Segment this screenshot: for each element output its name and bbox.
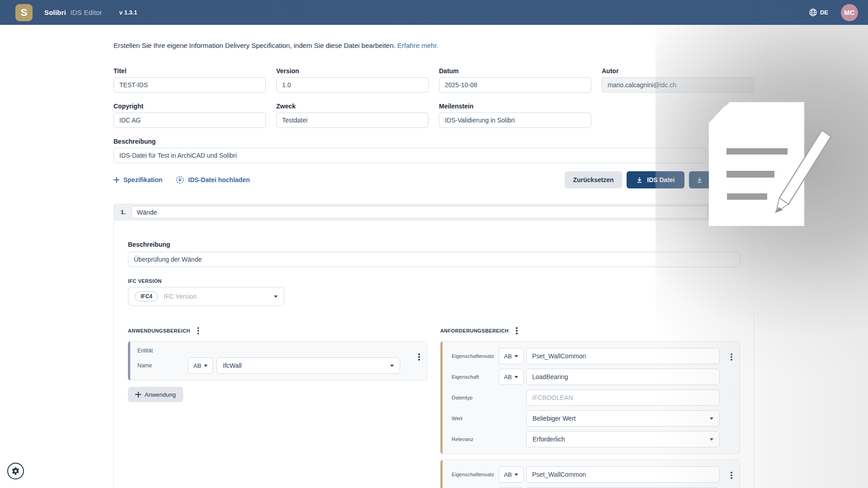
reset-button[interactable]: Zurücksetzen [565,171,622,188]
download-ids-label: IDS Datei [647,176,675,183]
property-input[interactable] [526,369,720,385]
specification-index: 1. [121,209,126,216]
property-label: Eigenschaft [452,374,499,380]
name-label: Name [137,362,188,369]
download-icon [636,177,643,183]
requirement-card-2: Eigenschaftensatz AB AB [440,460,740,488]
requirement-kebab-icon[interactable] [731,353,732,361]
settings-button[interactable] [7,463,24,479]
upload-label: IDS-Datei hochladen [188,176,250,183]
datatype-label: Datentyp [452,395,499,400]
datum-input[interactable] [439,77,591,93]
download-secondary-button[interactable] [689,171,748,188]
copyright-label: Copyright [113,103,266,110]
ab-label: AB [504,353,512,360]
field-autor: Autor [602,67,754,93]
titel-label: Titel [113,67,266,75]
datatype-input[interactable] [526,389,720,406]
spec-description-input[interactable] [128,252,740,267]
entity-name-row: Name AB IfcWall [137,357,420,374]
ifc-version-select[interactable]: IFC4 IFC Version [128,287,284,306]
specification-name-input[interactable] [132,206,708,218]
add-applicability-label: Anwendung [145,391,176,398]
property-set-row: Eigenschaftensatz AB [452,348,720,364]
requirements-header: ANFORDERUNGSBEREICH [440,327,740,335]
property-set-input[interactable] [526,348,720,364]
avatar[interactable]: MC [841,4,858,21]
ifc4-chip[interactable]: IFC4 [135,291,158,301]
field-titel: Titel [113,67,266,93]
relevance-row: Relevanz Erforderlich [452,431,720,447]
chevron-down-icon [514,376,518,378]
specification-header: 1. [113,204,754,221]
value-row: Wert Beliebiger Wert [452,410,720,427]
property-set-input[interactable] [526,466,720,483]
version-input[interactable] [276,77,429,93]
property-ab-dropdown[interactable]: AB [499,369,524,385]
zweck-label: Zweck [276,103,429,110]
entity-value: IfcWall [223,362,241,369]
field-zweck: Zweck [276,103,429,128]
toolbar: Spezifikation IDS-Datei hochladen Zurück… [113,171,748,188]
add-specification-label: Spezifikation [123,176,162,183]
property-set-ab-dropdown[interactable]: AB [499,466,524,483]
globe-icon [809,9,817,16]
entity-kebab-icon[interactable] [418,353,420,361]
ab-label: AB [504,374,512,380]
titel-input[interactable] [113,77,266,93]
download-ids-button[interactable]: IDS Datei [627,171,684,188]
gear-icon [11,467,20,475]
property-set-label: Eigenschaftensatz [452,353,499,359]
field-datum: Datum [439,67,591,93]
metadata-form: Titel Version Datum Autor Copyright Zwec… [113,67,754,163]
ifc-version-label: IFC VERSION [128,278,754,284]
beschreibung-input[interactable] [113,148,706,163]
value-select[interactable]: Beliebiger Wert [526,410,720,427]
top-bar: S Solibri IDS Editor v 1.3.1 DE MC [0,0,868,25]
meilenstein-label: Meilenstein [439,103,591,110]
chevron-down-icon [204,365,208,367]
upload-icon [176,176,184,184]
applicability-header: ANWENDUNGSBEREICH [128,327,428,335]
requirement-card-1: Eigenschaftensatz AB Eigenschaft AB [440,341,740,454]
learn-more-link[interactable]: Erfahre mehr. [397,42,439,49]
chevron-down-icon [514,355,518,357]
applicability-card: Entität Name AB IfcWall [128,341,428,380]
app-title: Solibri IDS Editor [44,9,102,16]
entity-label: Entität [137,347,153,354]
datatype-row: Datentyp [452,389,720,406]
entity-select[interactable]: IfcWall [217,357,400,374]
app-name: Solibri [44,9,66,16]
main-content: Erstellen Sie Ihre eigene Information De… [113,42,754,488]
top-bar-right: DE MC [809,4,858,21]
requirements-kebab-icon[interactable] [516,327,518,334]
field-copyright: Copyright [113,103,266,128]
entity-ab-dropdown[interactable]: AB [188,357,213,374]
field-meilenstein: Meilenstein [439,103,591,128]
language-switcher[interactable]: DE [809,9,828,16]
plus-icon [135,392,141,398]
copyright-input[interactable] [113,113,266,128]
download-icon [696,177,703,183]
applicability-kebab-icon[interactable] [198,327,199,334]
upload-ids-button[interactable]: IDS-Datei hochladen [176,176,250,184]
requirement-kebab-icon[interactable] [731,472,732,479]
add-specification-button[interactable]: Spezifikation [113,176,162,183]
value-selected: Beliebiger Wert [533,415,576,422]
field-version: Version [276,67,429,93]
property-set-ab-dropdown[interactable]: AB [499,348,524,364]
requirements-column: ANFORDERUNGSBEREICH Eigenschaftensatz AB [440,327,740,488]
zweck-input[interactable] [276,113,429,128]
chevron-down-icon [514,474,518,476]
value-label: Wert [452,416,499,421]
add-applicability-button[interactable]: Anwendung [128,387,183,402]
version-label: Version [276,67,429,75]
solibri-ids-editor-page: S Solibri IDS Editor v 1.3.1 DE MC Erste… [0,0,868,488]
app-subtitle: IDS Editor [70,9,102,16]
relevance-select[interactable]: Erforderlich [526,431,720,447]
specification-body: Beschreibung IFC VERSION IFC4 IFC Versio… [113,221,754,488]
property-row: Eigenschaft AB [452,369,720,385]
meilenstein-input[interactable] [439,113,591,128]
solibri-logo: S [15,4,33,21]
property-set-row: Eigenschaftensatz AB [452,466,720,483]
